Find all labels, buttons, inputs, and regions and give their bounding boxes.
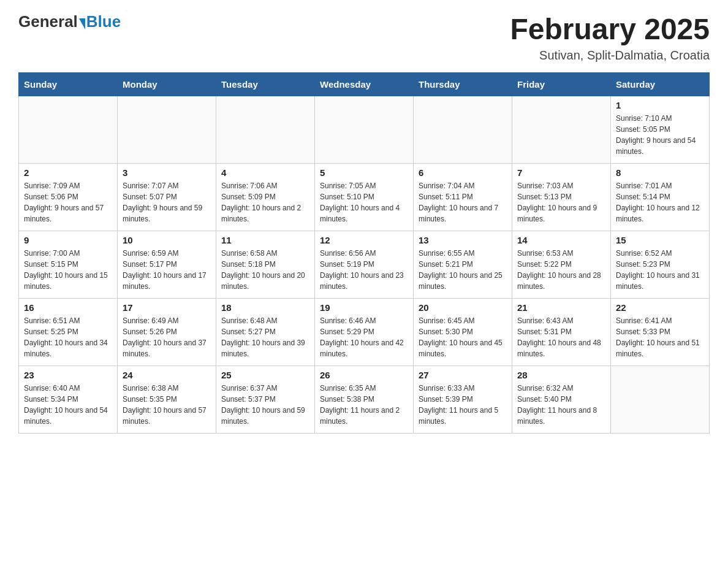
calendar-cell: 28Sunrise: 6:32 AMSunset: 5:40 PMDayligh…: [512, 366, 611, 434]
calendar-header-wednesday: Wednesday: [315, 73, 414, 96]
calendar-cell: 6Sunrise: 7:04 AMSunset: 5:11 PMDaylight…: [414, 164, 512, 231]
calendar-cell: [118, 96, 216, 164]
calendar-cell: 27Sunrise: 6:33 AMSunset: 5:39 PMDayligh…: [414, 366, 512, 434]
day-info: Sunrise: 7:06 AMSunset: 5:09 PMDaylight:…: [221, 180, 309, 224]
calendar-cell: 8Sunrise: 7:01 AMSunset: 5:14 PMDaylight…: [611, 164, 710, 231]
calendar-cell: [216, 96, 315, 164]
calendar-cell: 18Sunrise: 6:48 AMSunset: 5:27 PMDayligh…: [216, 299, 315, 366]
day-info: Sunrise: 7:03 AMSunset: 5:13 PMDaylight:…: [517, 180, 605, 224]
day-info: Sunrise: 7:00 AMSunset: 5:15 PMDaylight:…: [24, 248, 112, 292]
calendar-cell: 25Sunrise: 6:37 AMSunset: 5:37 PMDayligh…: [216, 366, 315, 434]
title-block: February 2025 Sutivan, Split-Dalmatia, C…: [510, 12, 710, 63]
calendar-cell: 26Sunrise: 6:35 AMSunset: 5:38 PMDayligh…: [315, 366, 414, 434]
calendar-header-thursday: Thursday: [414, 73, 512, 96]
day-info: Sunrise: 7:01 AMSunset: 5:14 PMDaylight:…: [616, 180, 704, 224]
logo: General Blue: [18, 12, 121, 31]
calendar-cell: 13Sunrise: 6:55 AMSunset: 5:21 PMDayligh…: [414, 231, 512, 299]
day-number: 10: [123, 235, 211, 245]
calendar-header-tuesday: Tuesday: [216, 73, 315, 96]
day-info: Sunrise: 6:45 AMSunset: 5:30 PMDaylight:…: [419, 315, 507, 359]
day-info: Sunrise: 6:41 AMSunset: 5:33 PMDaylight:…: [616, 315, 704, 359]
calendar-cell: 12Sunrise: 6:56 AMSunset: 5:19 PMDayligh…: [315, 231, 414, 299]
day-info: Sunrise: 7:04 AMSunset: 5:11 PMDaylight:…: [419, 180, 507, 224]
week-row-5: 23Sunrise: 6:40 AMSunset: 5:34 PMDayligh…: [19, 366, 710, 434]
calendar-cell: 9Sunrise: 7:00 AMSunset: 5:15 PMDaylight…: [19, 231, 118, 299]
calendar-header-friday: Friday: [512, 73, 611, 96]
day-info: Sunrise: 7:07 AMSunset: 5:07 PMDaylight:…: [123, 180, 211, 224]
day-info: Sunrise: 6:48 AMSunset: 5:27 PMDaylight:…: [221, 315, 309, 359]
day-number: 4: [221, 167, 309, 178]
day-info: Sunrise: 6:55 AMSunset: 5:21 PMDaylight:…: [419, 248, 507, 292]
day-number: 16: [24, 302, 112, 313]
day-number: 17: [123, 302, 211, 313]
day-number: 14: [517, 235, 605, 245]
calendar-cell: 19Sunrise: 6:46 AMSunset: 5:29 PMDayligh…: [315, 299, 414, 366]
day-number: 19: [320, 302, 408, 313]
day-number: 3: [123, 167, 211, 178]
calendar-header-sunday: Sunday: [19, 73, 118, 96]
day-info: Sunrise: 6:46 AMSunset: 5:29 PMDaylight:…: [320, 315, 408, 359]
day-info: Sunrise: 7:05 AMSunset: 5:10 PMDaylight:…: [320, 180, 408, 224]
day-info: Sunrise: 6:51 AMSunset: 5:25 PMDaylight:…: [24, 315, 112, 359]
calendar-cell: 22Sunrise: 6:41 AMSunset: 5:33 PMDayligh…: [611, 299, 710, 366]
calendar-cell: [611, 366, 710, 434]
calendar-cell: [19, 96, 118, 164]
day-number: 12: [320, 235, 408, 245]
day-number: 11: [221, 235, 309, 245]
day-info: Sunrise: 6:35 AMSunset: 5:38 PMDaylight:…: [320, 383, 408, 427]
day-info: Sunrise: 7:09 AMSunset: 5:06 PMDaylight:…: [24, 180, 112, 224]
day-info: Sunrise: 6:32 AMSunset: 5:40 PMDaylight:…: [517, 383, 605, 427]
week-row-2: 2Sunrise: 7:09 AMSunset: 5:06 PMDaylight…: [19, 164, 710, 231]
day-info: Sunrise: 6:49 AMSunset: 5:26 PMDaylight:…: [123, 315, 211, 359]
calendar-cell: 1Sunrise: 7:10 AMSunset: 5:05 PMDaylight…: [611, 96, 710, 164]
calendar-cell: 16Sunrise: 6:51 AMSunset: 5:25 PMDayligh…: [19, 299, 118, 366]
day-number: 15: [616, 235, 704, 245]
day-info: Sunrise: 7:10 AMSunset: 5:05 PMDaylight:…: [616, 113, 704, 157]
day-info: Sunrise: 6:43 AMSunset: 5:31 PMDaylight:…: [517, 315, 605, 359]
day-number: 5: [320, 167, 408, 178]
calendar-cell: 20Sunrise: 6:45 AMSunset: 5:30 PMDayligh…: [414, 299, 512, 366]
main-title: February 2025: [510, 12, 710, 46]
calendar-cell: [414, 96, 512, 164]
calendar-cell: 3Sunrise: 7:07 AMSunset: 5:07 PMDaylight…: [118, 164, 216, 231]
calendar-cell: [512, 96, 611, 164]
day-info: Sunrise: 6:37 AMSunset: 5:37 PMDaylight:…: [221, 383, 309, 427]
day-number: 18: [221, 302, 309, 313]
calendar-cell: 7Sunrise: 7:03 AMSunset: 5:13 PMDaylight…: [512, 164, 611, 231]
day-number: 7: [517, 167, 605, 178]
calendar-cell: 4Sunrise: 7:06 AMSunset: 5:09 PMDaylight…: [216, 164, 315, 231]
calendar-cell: 24Sunrise: 6:38 AMSunset: 5:35 PMDayligh…: [118, 366, 216, 434]
day-info: Sunrise: 6:59 AMSunset: 5:17 PMDaylight:…: [123, 248, 211, 292]
calendar-table: SundayMondayTuesdayWednesdayThursdayFrid…: [18, 72, 710, 434]
day-number: 2: [24, 167, 112, 178]
day-number: 8: [616, 167, 704, 178]
day-number: 1: [616, 100, 704, 110]
day-info: Sunrise: 6:53 AMSunset: 5:22 PMDaylight:…: [517, 248, 605, 292]
day-number: 24: [123, 370, 211, 380]
day-number: 27: [419, 370, 507, 380]
calendar-cell: 17Sunrise: 6:49 AMSunset: 5:26 PMDayligh…: [118, 299, 216, 366]
day-number: 21: [517, 302, 605, 313]
calendar-cell: [315, 96, 414, 164]
calendar-cell: 21Sunrise: 6:43 AMSunset: 5:31 PMDayligh…: [512, 299, 611, 366]
day-number: 22: [616, 302, 704, 313]
day-info: Sunrise: 6:40 AMSunset: 5:34 PMDaylight:…: [24, 383, 112, 427]
week-row-3: 9Sunrise: 7:00 AMSunset: 5:15 PMDaylight…: [19, 231, 710, 299]
subtitle: Sutivan, Split-Dalmatia, Croatia: [510, 48, 710, 63]
week-row-1: 1Sunrise: 7:10 AMSunset: 5:05 PMDaylight…: [19, 96, 710, 164]
day-number: 23: [24, 370, 112, 380]
calendar-cell: 10Sunrise: 6:59 AMSunset: 5:17 PMDayligh…: [118, 231, 216, 299]
calendar-header-saturday: Saturday: [611, 73, 710, 96]
day-number: 25: [221, 370, 309, 380]
week-row-4: 16Sunrise: 6:51 AMSunset: 5:25 PMDayligh…: [19, 299, 710, 366]
day-number: 28: [517, 370, 605, 380]
day-number: 6: [419, 167, 507, 178]
calendar-header-row: SundayMondayTuesdayWednesdayThursdayFrid…: [19, 73, 710, 96]
day-info: Sunrise: 6:58 AMSunset: 5:18 PMDaylight:…: [221, 248, 309, 292]
calendar-cell: 23Sunrise: 6:40 AMSunset: 5:34 PMDayligh…: [19, 366, 118, 434]
logo-general-text: General: [18, 12, 78, 31]
page-header: General Blue February 2025 Sutivan, Spli…: [18, 12, 710, 63]
day-info: Sunrise: 6:38 AMSunset: 5:35 PMDaylight:…: [123, 383, 211, 427]
day-info: Sunrise: 6:56 AMSunset: 5:19 PMDaylight:…: [320, 248, 408, 292]
logo-blue-text: Blue: [86, 12, 121, 31]
